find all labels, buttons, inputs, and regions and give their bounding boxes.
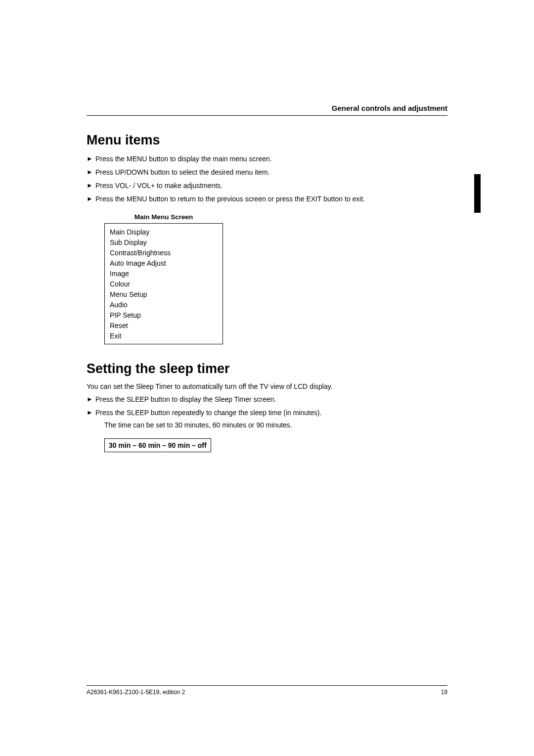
triangle-icon: ► <box>87 154 95 164</box>
sleep-timer-steps: ► Press the SLEEP button to display the … <box>87 394 447 418</box>
menu-option: Auto Image Adjust <box>110 258 218 268</box>
list-item: ► Press VOL- / VOL+ to make adjustments. <box>87 181 447 191</box>
list-item: ► Press the SLEEP button repeatedly to c… <box>87 408 447 418</box>
main-menu-box: Main Display Sub Display Contrast/Bright… <box>104 223 223 344</box>
footer-page-number: 19 <box>441 689 447 696</box>
triangle-icon: ► <box>87 194 95 204</box>
sleep-timer-intro: You can set the Sleep Timer to automatic… <box>87 382 447 390</box>
list-item: ► Press UP/DOWN button to select the des… <box>87 167 447 178</box>
menu-box-caption: Main Menu Screen <box>104 213 223 221</box>
menu-option: Exit <box>110 331 218 341</box>
page-side-tab <box>474 174 481 213</box>
running-header: General controls and adjustment <box>87 104 447 116</box>
menu-items-steps: ► Press the MENU button to display the m… <box>87 154 447 204</box>
list-item: ► Press the SLEEP button to display the … <box>87 394 447 405</box>
main-menu-screen-figure: Main Menu Screen Main Display Sub Displa… <box>104 213 447 344</box>
sleep-timer-values-box: 30 min – 60 min – 90 min – off <box>104 438 211 452</box>
document-page: General controls and adjustment Menu ite… <box>0 0 534 756</box>
step-text: Press VOL- / VOL+ to make adjustments. <box>95 181 447 191</box>
menu-option: Audio <box>110 299 218 310</box>
list-item: ► Press the MENU button to return to the… <box>87 194 447 204</box>
step-text: Press the SLEEP button repeatedly to cha… <box>95 408 447 418</box>
header-title: General controls and adjustment <box>332 104 447 112</box>
menu-option: Main Display <box>110 227 218 237</box>
section-heading-sleep-timer: Setting the sleep timer <box>87 361 447 377</box>
sleep-timer-note: The time can be set to 30 minutes, 60 mi… <box>104 420 447 430</box>
step-text: Press UP/DOWN button to select the desir… <box>95 167 447 178</box>
menu-option: PIP Setup <box>110 310 218 320</box>
menu-option: Colour <box>110 279 218 289</box>
footer-doc-id: A26361-K961-Z100-1-5E19, edition 2 <box>87 689 185 696</box>
page-footer: A26361-K961-Z100-1-5E19, edition 2 19 <box>87 685 447 696</box>
menu-option: Contrast/Brightness <box>110 247 218 258</box>
triangle-icon: ► <box>87 181 95 191</box>
menu-option: Reset <box>110 320 218 331</box>
step-text: Press the SLEEP button to display the Sl… <box>95 394 447 405</box>
menu-option: Image <box>110 268 218 279</box>
triangle-icon: ► <box>87 408 95 418</box>
triangle-icon: ► <box>87 167 95 178</box>
section-heading-menu-items: Menu items <box>87 133 447 148</box>
step-text: Press the MENU button to return to the p… <box>95 194 447 204</box>
menu-option: Menu Setup <box>110 289 218 299</box>
list-item: ► Press the MENU button to display the m… <box>87 154 447 164</box>
step-text: Press the MENU button to display the mai… <box>95 154 447 164</box>
menu-option: Sub Display <box>110 237 218 247</box>
triangle-icon: ► <box>87 394 95 405</box>
